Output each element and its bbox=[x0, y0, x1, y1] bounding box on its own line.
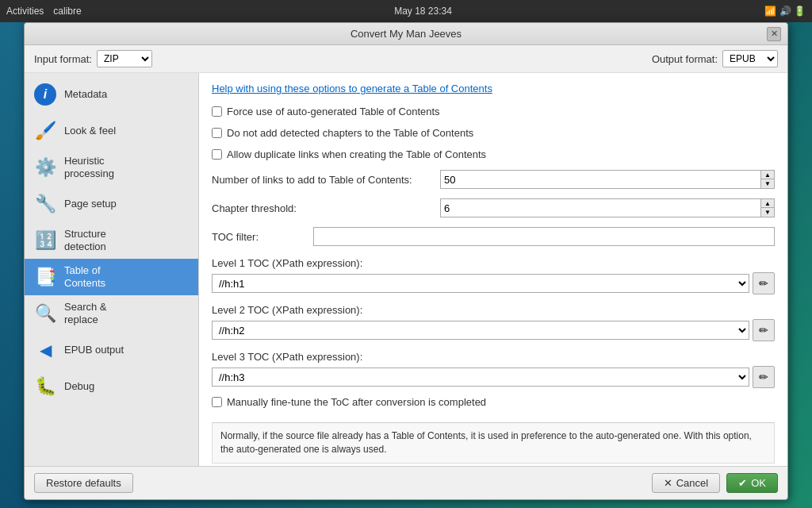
toc-filter-input[interactable] bbox=[313, 227, 775, 246]
heuristic-icon: ⚙️ bbox=[33, 155, 58, 180]
level1-xpath-label: Level 1 TOC (XPath expression): bbox=[212, 257, 775, 269]
level1-xpath-select[interactable]: //h:h1 bbox=[212, 274, 749, 293]
sidebar-label-search-replace: Search &replace bbox=[64, 301, 106, 325]
num-links-up[interactable]: ▲ bbox=[761, 171, 774, 179]
toc-icon: 📑 bbox=[33, 264, 58, 290]
level2-xpath-label: Level 2 TOC (XPath expression): bbox=[212, 304, 775, 316]
search-replace-icon: 🔍 bbox=[33, 301, 58, 326]
no-detect-chapters-checkbox[interactable] bbox=[212, 128, 222, 138]
force-toc-label: Force use of auto-generated Table of Con… bbox=[227, 106, 440, 117]
num-links-down[interactable]: ▼ bbox=[761, 179, 774, 188]
output-format-label: Output format: bbox=[652, 53, 718, 65]
num-links-row: Number of links to add to Table of Conte… bbox=[212, 168, 775, 190]
input-format-select[interactable]: ZIP bbox=[97, 50, 152, 67]
sidebar-item-toc[interactable]: 📑 Table ofContents bbox=[25, 259, 198, 295]
sidebar-item-epub-output[interactable]: ◀ EPUB output bbox=[25, 332, 198, 368]
system-icons: 📶 🔊 🔋 bbox=[764, 6, 806, 17]
dialog-title: Convert My Man Jeeves bbox=[350, 28, 462, 40]
level1-xpath-row: //h:h1 ✏ bbox=[212, 272, 775, 294]
dialog-titlebar: Convert My Man Jeeves ✕ bbox=[25, 23, 787, 45]
chapter-threshold-row: Chapter threshold: ▲ ▼ bbox=[212, 197, 775, 219]
description-text: Normally, if the source file already has… bbox=[220, 430, 752, 455]
level2-xpath-row: //h:h2 ✏ bbox=[212, 319, 775, 341]
restore-defaults-button[interactable]: Restore defaults bbox=[34, 473, 133, 493]
sidebar-label-look-feel: Look & feel bbox=[64, 125, 116, 137]
activities-label[interactable]: Activities bbox=[6, 6, 44, 17]
info-icon: i bbox=[33, 82, 58, 107]
chapter-threshold-up[interactable]: ▲ bbox=[761, 199, 774, 208]
sidebar-label-page-setup: Page setup bbox=[64, 198, 117, 210]
chapter-threshold-down[interactable]: ▼ bbox=[761, 208, 774, 217]
level3-xpath-row: //h:h3 ✏ bbox=[212, 366, 775, 388]
dialog-body: i Metadata 🖌️ Look & feel ⚙️ Heuristicpr… bbox=[25, 73, 787, 466]
structure-icon: 🔢 bbox=[33, 228, 58, 253]
manually-finetune-checkbox[interactable] bbox=[212, 397, 222, 407]
top-bar: Activities calibre May 18 23:34 📶 🔊 🔋 bbox=[0, 0, 812, 22]
sidebar-item-structure[interactable]: 🔢 Structuredetection bbox=[25, 222, 198, 259]
help-link[interactable]: Help with using these options to generat… bbox=[212, 83, 775, 94]
output-format-select[interactable]: EPUB bbox=[722, 50, 778, 67]
description-box: Normally, if the source file already has… bbox=[212, 422, 775, 464]
level3-xpath-section: Level 3 TOC (XPath expression): //h:h3 ✏ bbox=[212, 351, 775, 388]
content-area: Help with using these options to generat… bbox=[199, 73, 787, 466]
ok-icon: ✔ bbox=[738, 477, 747, 489]
level2-xpath-select[interactable]: //h:h2 bbox=[212, 321, 749, 340]
allow-duplicates-label: Allow duplicate links when creating the … bbox=[227, 148, 486, 160]
input-format-label: Input format: bbox=[34, 53, 92, 65]
allow-duplicates-checkbox[interactable] bbox=[212, 149, 222, 160]
toc-filter-row: TOC filter: bbox=[212, 225, 775, 248]
level3-xpath-select[interactable]: //h:h3 bbox=[212, 368, 749, 387]
clock-label: May 18 23:34 bbox=[394, 6, 452, 17]
sidebar-item-heuristic[interactable]: ⚙️ Heuristicprocessing bbox=[25, 149, 198, 186]
app-label[interactable]: calibre bbox=[53, 6, 81, 17]
sidebar: i Metadata 🖌️ Look & feel ⚙️ Heuristicpr… bbox=[25, 73, 199, 466]
level3-edit-button[interactable]: ✏ bbox=[753, 366, 775, 388]
ok-label: OK bbox=[751, 477, 766, 489]
close-button[interactable]: ✕ bbox=[767, 27, 781, 41]
level1-xpath-section: Level 1 TOC (XPath expression): //h:h1 ✏ bbox=[212, 257, 775, 294]
epub-icon: ◀ bbox=[33, 337, 58, 363]
ok-button[interactable]: ✔ OK bbox=[726, 473, 778, 493]
dialog-footer: Restore defaults ✕ Cancel ✔ OK bbox=[25, 466, 787, 499]
chapter-threshold-input[interactable] bbox=[440, 198, 761, 217]
sidebar-label-structure: Structuredetection bbox=[64, 228, 106, 252]
sidebar-label-debug: Debug bbox=[64, 380, 94, 393]
sidebar-item-debug[interactable]: 🐛 Debug bbox=[25, 368, 198, 405]
num-links-input[interactable] bbox=[440, 170, 761, 189]
sidebar-item-page-setup[interactable]: 🔧 Page setup bbox=[25, 186, 198, 222]
force-toc-checkbox[interactable] bbox=[212, 106, 222, 117]
format-row: Input format: ZIP Output format: EPUB bbox=[25, 45, 787, 73]
cancel-button[interactable]: ✕ Cancel bbox=[652, 473, 720, 493]
force-toc-row: Force use of auto-generated Table of Con… bbox=[212, 104, 775, 119]
level3-xpath-label: Level 3 TOC (XPath expression): bbox=[212, 351, 775, 363]
toc-filter-label: TOC filter: bbox=[212, 231, 307, 243]
no-detect-chapters-label: Do not add detected chapters to the Tabl… bbox=[227, 127, 473, 139]
num-links-spinner: ▲ ▼ bbox=[761, 170, 775, 189]
allow-duplicates-row: Allow duplicate links when creating the … bbox=[212, 147, 775, 162]
cancel-label: Cancel bbox=[676, 477, 708, 489]
sidebar-label-heuristic: Heuristicprocessing bbox=[64, 155, 114, 179]
sidebar-label-metadata: Metadata bbox=[64, 88, 107, 101]
level2-edit-button[interactable]: ✏ bbox=[753, 319, 775, 341]
sidebar-item-look-feel[interactable]: 🖌️ Look & feel bbox=[25, 113, 198, 149]
cancel-icon: ✕ bbox=[664, 477, 672, 489]
sidebar-label-epub-output: EPUB output bbox=[64, 344, 124, 356]
brush-icon: 🖌️ bbox=[33, 118, 58, 144]
level1-edit-button[interactable]: ✏ bbox=[753, 272, 775, 294]
page-setup-icon: 🔧 bbox=[33, 191, 58, 217]
chapter-threshold-label: Chapter threshold: bbox=[212, 202, 434, 214]
num-links-label: Number of links to add to Table of Conte… bbox=[212, 174, 434, 186]
sidebar-item-search-replace[interactable]: 🔍 Search &replace bbox=[25, 295, 198, 332]
no-detect-chapters-row: Do not add detected chapters to the Tabl… bbox=[212, 125, 775, 140]
debug-icon: 🐛 bbox=[33, 374, 58, 399]
manually-finetune-label: Manually fine-tune the ToC after convers… bbox=[227, 396, 486, 408]
level2-xpath-section: Level 2 TOC (XPath expression): //h:h2 ✏ bbox=[212, 304, 775, 341]
sidebar-item-metadata[interactable]: i Metadata bbox=[25, 76, 198, 113]
convert-dialog: Convert My Man Jeeves ✕ Input format: ZI… bbox=[24, 22, 788, 500]
manually-finetune-row: Manually fine-tune the ToC after convers… bbox=[212, 394, 775, 410]
sidebar-label-toc: Table ofContents bbox=[64, 264, 105, 289]
chapter-threshold-spinner: ▲ ▼ bbox=[761, 198, 775, 217]
